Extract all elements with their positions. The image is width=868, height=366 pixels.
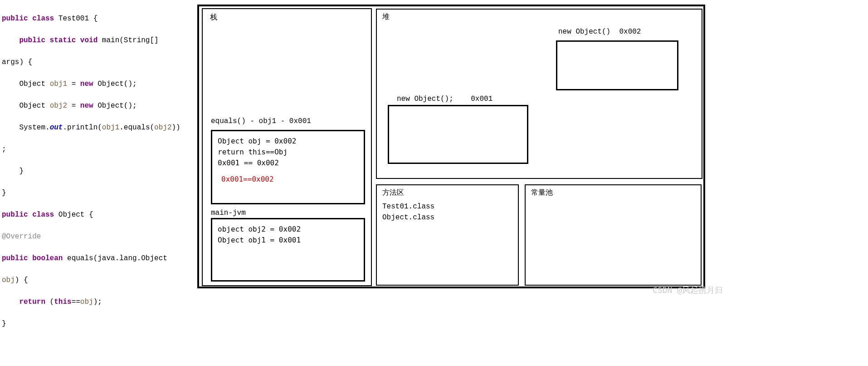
code-line: public boolean equals(java.lang.Object (2, 253, 190, 264)
heap-title: 堆 (382, 12, 390, 22)
method-area-item: Test01.class (382, 203, 434, 211)
heap-object-002 (556, 40, 678, 90)
equals-frame: Object obj = 0x002 return this==Obj 0x00… (211, 130, 365, 204)
heap-obj-002-label: new Object() 0x002 (558, 28, 641, 36)
main-frame: object obj2 = 0x002 Object obj1 = 0x001 (211, 218, 365, 282)
code-line: @Override (2, 231, 190, 242)
code-line: Object obj1 = new Object(); (2, 79, 190, 89)
code-line: } (2, 318, 190, 329)
code-line: public class Object { (2, 209, 190, 220)
code-line: ; (2, 144, 190, 155)
method-area: 方法区 Test01.class Object.class (376, 184, 519, 286)
code-line: } (2, 166, 190, 177)
code-line: Object obj2 = new Object(); (2, 100, 190, 111)
heap-obj-001-label: new Object(); 0x001 (397, 95, 493, 103)
watermark-text: CSDN @风起携月归 (653, 285, 723, 296)
frame-line: Object obj1 = 0x001 (218, 235, 358, 246)
frame-line: object obj2 = 0x002 (218, 224, 358, 235)
code-line: System.out.println(obj1.equals(obj2)) (2, 122, 190, 133)
code-line: return (this==obj); (2, 297, 190, 307)
code-line: public class Test001 { (2, 13, 190, 24)
code-line: } (2, 188, 190, 198)
main-frame-label: main-jvm (211, 209, 246, 217)
heap-object-001 (388, 105, 528, 164)
method-area-item: Object.class (382, 213, 434, 222)
constant-pool-title: 常量池 (531, 188, 553, 198)
method-area-title: 方法区 (382, 188, 404, 198)
heap-area: 堆 new Object(); 0x001 new Object() 0x002 (376, 9, 702, 179)
code-panel: public class Test001 { public static voi… (0, 2, 190, 340)
stack-area: 栈 equals() - obj1 - 0x001 Object obj = 0… (202, 8, 372, 286)
code-line: obj) { (2, 275, 190, 286)
frame-line: Object obj = 0x002 (218, 136, 358, 147)
frame-line-highlight: 0x001==0x002 (218, 174, 358, 185)
code-line: args) { (2, 57, 190, 68)
frame-line: return this==Obj (218, 147, 358, 158)
stack-title: 栈 (210, 13, 217, 22)
frame-line: 0x001 == 0x002 (218, 158, 358, 168)
equals-frame-label: equals() - obj1 - 0x001 (211, 117, 311, 125)
constant-pool-area: 常量池 (525, 184, 702, 286)
memory-diagram: 栈 equals() - obj1 - 0x001 Object obj = 0… (197, 5, 705, 288)
code-line: public static void main(String[] (2, 35, 190, 46)
